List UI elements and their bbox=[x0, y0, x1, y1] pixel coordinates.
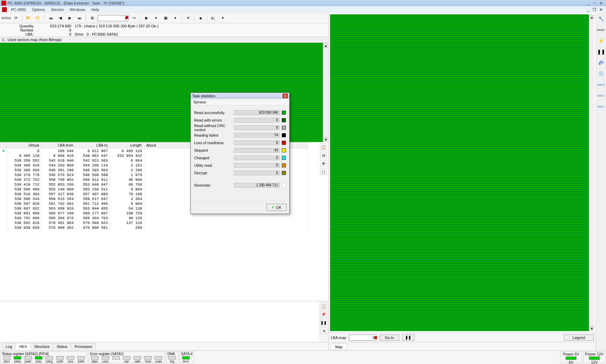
jump-icon[interactable]: ↪ bbox=[130, 14, 138, 22]
dialog-menu-service[interactable]: Service bbox=[191, 99, 289, 105]
tab-map[interactable]: Map bbox=[331, 343, 347, 350]
led-label: RQ bbox=[170, 360, 175, 363]
export-icon[interactable]: 🗎 bbox=[320, 160, 327, 167]
led-indicator bbox=[123, 356, 130, 360]
stat-color-swatch bbox=[282, 118, 286, 122]
led-indicator bbox=[77, 356, 85, 360]
mdi-restore-button[interactable]: ❐ bbox=[593, 8, 596, 12]
folder-in-icon[interactable]: 📂 bbox=[24, 14, 33, 22]
hdd0-button[interactable]: Hdd 0 bbox=[597, 81, 605, 88]
prev-icon[interactable]: ◀ bbox=[56, 14, 64, 22]
sleep-icon[interactable]: 💤 bbox=[597, 59, 605, 66]
tab-structure[interactable]: Structure bbox=[30, 343, 53, 350]
table-row[interactable]: 539 802 816570 451 904570 589 023137 120 bbox=[0, 221, 308, 225]
scroll-up-icon[interactable]: ▴ bbox=[323, 43, 328, 48]
chip-icon[interactable]: 🔧 bbox=[597, 15, 605, 23]
first-icon[interactable]: ⏮ bbox=[47, 14, 55, 22]
stat-label: Reading failed bbox=[194, 133, 232, 137]
cascade-icon[interactable]: 🗂 bbox=[320, 152, 327, 159]
reset-button[interactable]: RESET bbox=[597, 26, 605, 34]
lba-map-input[interactable] bbox=[349, 335, 376, 341]
right-map-container: ▴ ▾ bbox=[329, 13, 596, 332]
dialog-close-button[interactable]: ✕ bbox=[282, 93, 288, 98]
panel-pause-icon[interactable]: ❚❚ bbox=[320, 319, 327, 326]
error-register-group: Error register (SATA2) BBKUNCINFABRTONAM… bbox=[89, 351, 165, 363]
play-icon[interactable]: ▶ bbox=[142, 14, 151, 22]
sata-button[interactable]: SATA2 bbox=[2, 14, 10, 22]
panel-copy-icon[interactable]: 📋 bbox=[320, 303, 327, 310]
settings-icon[interactable]: ✕ bbox=[184, 14, 192, 22]
stat-row: Read without CRC control0 bbox=[194, 125, 286, 131]
panel-pin-icon[interactable]: 📌 bbox=[320, 311, 327, 318]
power-12v: Power 12V 12V bbox=[583, 351, 605, 363]
table-row[interactable]: 539 939 936570 908 392570 908 591200 bbox=[0, 225, 308, 230]
scroll-up-icon[interactable]: ▴ bbox=[589, 14, 594, 20]
col-lba-from[interactable]: LBA from bbox=[41, 142, 76, 148]
menu-options[interactable]: Options bbox=[29, 7, 48, 12]
stat-row: Read successfully623 058 340 bbox=[194, 110, 286, 116]
refresh-icon[interactable]: ⟳ bbox=[12, 14, 20, 22]
stat-row: Decrypt0 bbox=[194, 170, 286, 176]
grid-icon[interactable]: ⊞ bbox=[88, 14, 96, 22]
col-length[interactable]: Length bbox=[110, 142, 144, 148]
tab-log[interactable]: Log bbox=[2, 343, 16, 350]
mdi-icon bbox=[2, 7, 7, 12]
tab-hex[interactable]: HEX bbox=[15, 343, 31, 350]
sort-dropdown-icon[interactable]: ▾ bbox=[219, 14, 227, 22]
menu-service[interactable]: Service bbox=[48, 7, 66, 12]
play-dropdown-icon[interactable]: ▾ bbox=[152, 14, 160, 22]
led-indicator bbox=[182, 356, 190, 360]
dialog-titlebar[interactable]: Task statistics ✕ bbox=[191, 93, 289, 99]
mdi-minimize-button[interactable]: _ bbox=[587, 8, 589, 12]
led-ton: TON bbox=[143, 356, 153, 363]
maximize-button[interactable]: ▫ bbox=[594, 1, 595, 5]
led-indicator bbox=[3, 356, 11, 360]
ok-button[interactable]: ✓OK bbox=[266, 204, 287, 211]
sector-map-scrollbar[interactable]: ▴ ▾ bbox=[323, 43, 328, 142]
stat-value: 0 bbox=[234, 118, 280, 123]
stat-row: Utility read0 bbox=[194, 162, 286, 168]
hdd1-button[interactable]: Hdd 1 bbox=[597, 92, 605, 99]
scroll-down-icon[interactable]: ▾ bbox=[589, 326, 594, 331]
copy-icon[interactable]: 📋 bbox=[320, 143, 327, 150]
stat-row: Skipped43 bbox=[194, 147, 286, 153]
led-crr: CRR bbox=[55, 356, 65, 363]
dialog-title: Task statistics bbox=[192, 94, 282, 98]
stop-icon[interactable]: ■ bbox=[197, 14, 205, 22]
next-icon[interactable]: ▶ bbox=[66, 14, 74, 22]
stat-color-swatch bbox=[282, 111, 286, 115]
last-icon[interactable]: ⏭ bbox=[75, 14, 84, 22]
menu-pc3000[interactable]: PC-3000 bbox=[8, 7, 28, 12]
lba-input[interactable] bbox=[98, 15, 128, 21]
mdi-close-button[interactable]: ✕ bbox=[599, 8, 603, 12]
sort-icon[interactable]: А↓ bbox=[209, 14, 217, 22]
pause-button[interactable]: ❚❚ bbox=[402, 334, 414, 341]
right-sector-map[interactable] bbox=[330, 14, 589, 331]
pause-tool-icon[interactable]: ❚❚ bbox=[597, 48, 605, 55]
close-button[interactable]: ✕ bbox=[599, 1, 603, 5]
table-row[interactable]: 539 762 688568 264 576568 304 70340 128 bbox=[0, 216, 308, 221]
grid-dropdown-icon[interactable]: ▾ bbox=[171, 14, 179, 22]
grid2-icon[interactable]: ▦ bbox=[162, 14, 170, 22]
blank-icon[interactable]: ▢ bbox=[320, 168, 327, 175]
right-tabs: Map bbox=[329, 342, 596, 350]
disk-icon[interactable]: 💿 bbox=[597, 70, 605, 77]
panel-collapse-icon[interactable]: ⇲ bbox=[320, 327, 327, 334]
power-icon[interactable]: ⚡ bbox=[597, 37, 605, 45]
scroll-down-icon[interactable]: ▾ bbox=[323, 137, 328, 142]
menu-help[interactable]: Help bbox=[89, 7, 102, 12]
hdd2-button[interactable]: Hdd 2 bbox=[597, 103, 605, 110]
right-map-scrollbar[interactable]: ▴ ▾ bbox=[589, 14, 594, 331]
window-title: PC-3000 EXPRESS - GREECE - [Data Extract… bbox=[8, 1, 588, 5]
folder-out-icon[interactable]: 📁 bbox=[34, 14, 42, 22]
col-virtual[interactable]: Virtual bbox=[7, 142, 41, 148]
led-idx: IDX bbox=[66, 356, 75, 363]
record-indicator-icon bbox=[374, 336, 377, 339]
menu-windows[interactable]: Windows bbox=[67, 7, 88, 12]
tab-processes[interactable]: Processes bbox=[71, 343, 96, 350]
legend-button[interactable]: Legend bbox=[564, 335, 594, 341]
tab-status[interactable]: Status bbox=[53, 343, 71, 350]
col-lba-to[interactable]: LBA to bbox=[76, 142, 110, 148]
minimize-button[interactable]: _ bbox=[588, 1, 590, 5]
goto-button[interactable]: Go to bbox=[380, 335, 399, 341]
